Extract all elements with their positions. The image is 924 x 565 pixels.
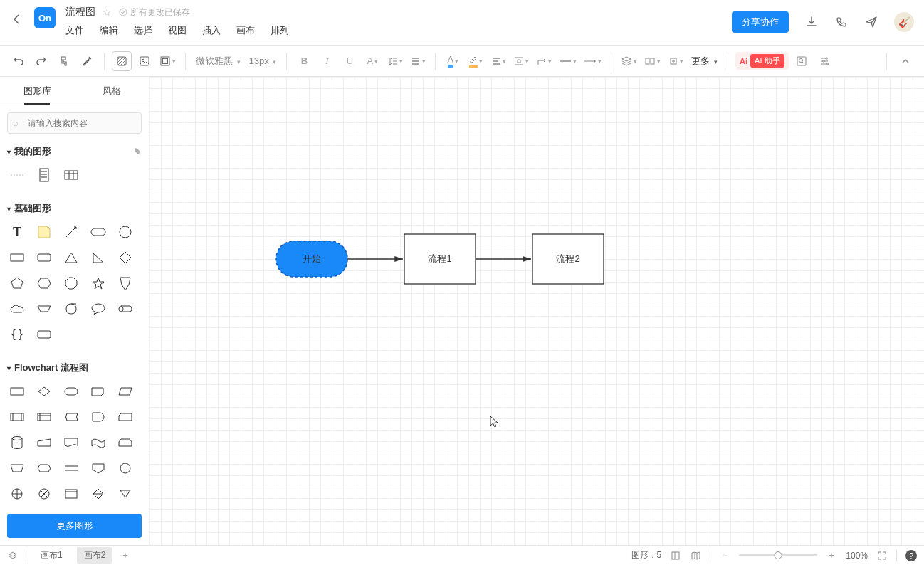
shape-cylinder-h[interactable] xyxy=(117,300,134,317)
fc-or[interactable] xyxy=(9,485,26,502)
zoom-in-button[interactable]: ＋ xyxy=(826,550,837,561)
insert-image-button[interactable] xyxy=(135,51,154,71)
italic-button[interactable]: I xyxy=(317,51,337,71)
shape-frame[interactable] xyxy=(36,326,53,343)
menu-select[interactable]: 选择 xyxy=(134,24,152,37)
undo-button[interactable] xyxy=(9,51,28,71)
back-button[interactable] xyxy=(10,13,23,26)
more-shapes-button[interactable]: 更多图形 xyxy=(7,514,142,538)
fc-card[interactable] xyxy=(117,408,134,426)
edit-icon[interactable]: ✎ xyxy=(134,147,142,157)
fc-internal-storage[interactable] xyxy=(36,408,53,426)
phone-icon[interactable] xyxy=(834,15,849,29)
shape-rect[interactable] xyxy=(9,249,26,266)
section-flowchart[interactable]: ▾Flowchart 流程图 xyxy=(7,357,142,379)
shape-triangle[interactable] xyxy=(63,249,80,266)
fc-merge[interactable] xyxy=(117,485,134,502)
tab-shapes[interactable]: 图形库 xyxy=(0,77,75,105)
fc-preparation[interactable] xyxy=(36,460,53,477)
shape-list[interactable] xyxy=(36,167,53,184)
shape-dash-line[interactable] xyxy=(9,167,26,184)
menu-arrange[interactable]: 排列 xyxy=(271,24,289,37)
shape-table[interactable] xyxy=(63,167,80,184)
shape-text[interactable]: T xyxy=(9,223,26,241)
distribute-button[interactable]: ▾ xyxy=(511,51,531,71)
shape-shield[interactable] xyxy=(117,275,134,292)
fc-loop-limit[interactable] xyxy=(117,434,134,451)
fc-terminator[interactable] xyxy=(63,383,80,400)
fc-data[interactable] xyxy=(117,383,134,400)
shape-circle[interactable] xyxy=(117,223,134,241)
shape-search-input[interactable] xyxy=(7,112,142,134)
fc-document[interactable] xyxy=(63,434,80,451)
shape-line[interactable] xyxy=(63,223,80,241)
fc-process[interactable] xyxy=(9,383,26,400)
shape-braces[interactable]: { } xyxy=(9,326,26,343)
canvas[interactable]: 开始 流程1 流程2 xyxy=(149,77,924,545)
eyedropper-button[interactable] xyxy=(77,51,97,71)
fc-offpage[interactable] xyxy=(90,460,107,477)
node-proc2[interactable]: 流程2 xyxy=(532,234,604,284)
redo-button[interactable] xyxy=(31,51,51,71)
download-icon[interactable] xyxy=(804,15,819,29)
layers-icon[interactable] xyxy=(7,550,19,561)
format-painter-button[interactable] xyxy=(54,51,74,71)
line-style-button[interactable]: ▾ xyxy=(557,51,579,71)
fc-sort[interactable] xyxy=(90,485,107,502)
shape-trapezoid-down[interactable] xyxy=(36,300,53,317)
fc-display[interactable] xyxy=(90,383,107,400)
page-tab-1[interactable]: 画布1 xyxy=(33,547,70,564)
fc-sum[interactable] xyxy=(36,485,53,502)
arrow-style-button[interactable]: ▾ xyxy=(582,51,604,71)
zoom-level[interactable]: 100% xyxy=(846,551,868,561)
text-align-button[interactable]: ▾ xyxy=(408,51,428,71)
add-page-button[interactable]: ＋ xyxy=(120,550,131,561)
shape-pentagon[interactable] xyxy=(9,275,26,292)
font-family-select[interactable]: 微软雅黑 ▾ xyxy=(193,55,243,68)
fc-delay[interactable] xyxy=(90,408,107,426)
shape-cloud[interactable] xyxy=(9,300,26,317)
fc-decision[interactable] xyxy=(36,383,53,400)
layer-button[interactable]: ▾ xyxy=(619,51,639,71)
menu-view[interactable]: 视图 xyxy=(168,24,187,37)
zoom-slider[interactable] xyxy=(739,554,817,556)
shape-note[interactable] xyxy=(36,223,53,241)
section-basic-shapes[interactable]: ▾基础图形 xyxy=(7,198,142,219)
fc-collate[interactable] xyxy=(63,485,80,502)
shape-diamond[interactable] xyxy=(117,249,134,266)
shape-callout[interactable] xyxy=(90,300,107,317)
shape-right-triangle[interactable] xyxy=(90,249,107,266)
page-tab-2[interactable]: 画布2 xyxy=(77,547,113,564)
fc-database[interactable] xyxy=(9,434,26,451)
fc-connector[interactable] xyxy=(117,460,134,477)
fc-manual-op[interactable] xyxy=(9,460,26,477)
find-button[interactable] xyxy=(792,51,812,71)
fc-predefined[interactable] xyxy=(9,408,26,426)
align-objects-button[interactable]: ▾ xyxy=(488,51,508,71)
help-button[interactable]: ? xyxy=(905,550,917,561)
shape-search[interactable]: ⌕ xyxy=(7,112,142,134)
underline-button[interactable]: U xyxy=(340,51,359,71)
user-avatar[interactable]: 🎸 xyxy=(894,12,914,32)
menu-insert[interactable]: 插入 xyxy=(202,24,221,37)
node-start[interactable]: 开始 xyxy=(276,241,347,277)
lock-button[interactable]: ▾ xyxy=(666,51,686,71)
menu-file[interactable]: 文件 xyxy=(65,24,84,37)
document-title[interactable]: 流程图 xyxy=(65,6,95,19)
shape-octagon[interactable] xyxy=(63,275,80,292)
shape-rect-round[interactable] xyxy=(36,249,53,266)
section-my-shapes[interactable]: ▾我的图形✎ xyxy=(7,141,142,162)
settings-button[interactable] xyxy=(814,51,834,71)
tab-styles[interactable]: 风格 xyxy=(75,77,149,105)
connector-type-button[interactable]: ▾ xyxy=(534,51,554,71)
fc-manual-input[interactable] xyxy=(36,434,53,451)
bold-button[interactable]: B xyxy=(294,51,314,71)
ai-assistant-button[interactable]: Ai AI 助手 xyxy=(735,52,788,70)
insert-container-button[interactable]: ▾ xyxy=(157,51,178,71)
shape-star[interactable] xyxy=(90,275,107,292)
more-dropdown[interactable]: 更多 ▾ xyxy=(688,55,720,68)
shape-rounded-rect[interactable] xyxy=(90,223,107,241)
outline-view-icon[interactable] xyxy=(670,550,681,561)
font-size-select[interactable]: 13px ▾ xyxy=(246,56,280,66)
text-fill-button[interactable]: A▾ xyxy=(443,51,463,71)
